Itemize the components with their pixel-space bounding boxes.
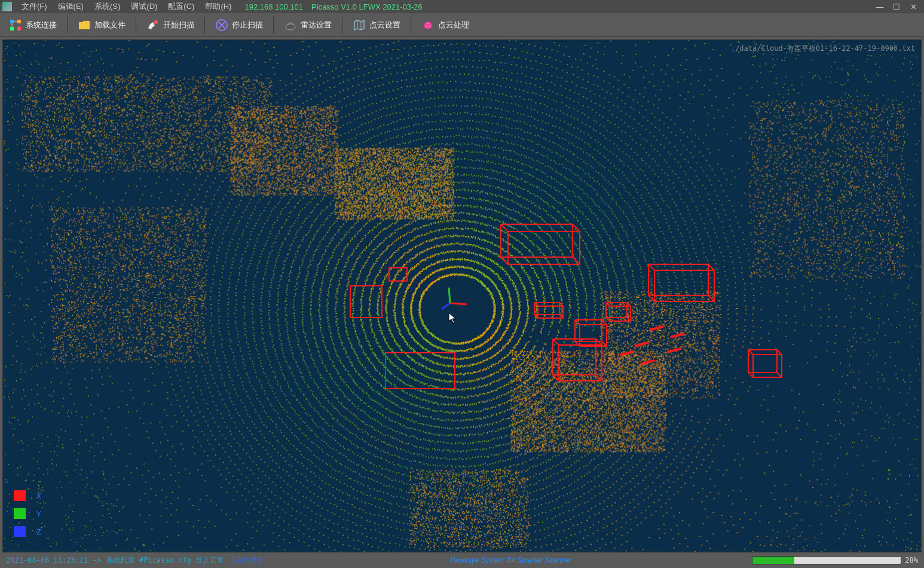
legend-swatch-y <box>14 508 26 519</box>
legend-swatch-x <box>14 490 26 501</box>
status-timestamp: 2021-04-06 11:23:21 <box>6 556 88 564</box>
menu-help[interactable]: 帮助(H) <box>200 0 236 13</box>
status-connection: 【未连接】 <box>229 555 265 566</box>
svg-rect-2 <box>10 27 14 30</box>
legend-x-label: X <box>36 491 41 500</box>
svg-point-10 <box>286 24 295 30</box>
network-icon <box>9 19 22 32</box>
status-bar: 2021-04-06 11:23:21 -> 系统配置 #Picasso.cfg… <box>0 552 924 568</box>
svg-rect-3 <box>17 27 21 30</box>
app-version: Picasso V1.0 LFWX 2021-03-26 <box>311 2 423 11</box>
status-config-msg: 系统配置 #Picasso.cfg 导入正常 <box>106 555 224 566</box>
axis-gizmo <box>450 303 451 304</box>
separator <box>204 17 205 33</box>
load-label: 加载文件 <box>94 20 126 30</box>
radar-config-button[interactable]: 雷达设置 <box>279 16 337 35</box>
start-scan-label: 开始扫描 <box>163 20 194 30</box>
separator <box>342 17 342 33</box>
progress-bar <box>752 556 901 564</box>
minimize-button[interactable]: — <box>871 1 888 12</box>
cloud-config-label: 点云设置 <box>369 20 400 30</box>
legend-z: Z <box>14 526 41 537</box>
status-arrow: -> <box>93 556 101 564</box>
loaded-file-path: ./data/Cloud-有盖平板01-16-22-47-19-0900.txt <box>731 44 915 54</box>
axis-legend: X Y Z <box>14 490 41 537</box>
menu-config[interactable]: 配置(C) <box>163 0 199 13</box>
cloud-process-button[interactable]: 点云处理 <box>416 16 475 35</box>
window-controls: — ☐ ✕ <box>871 1 922 12</box>
lidar-canvas[interactable] <box>3 40 921 552</box>
progress-fill <box>752 557 794 564</box>
start-scan-button[interactable]: 开始扫描 <box>141 16 200 35</box>
svg-line-16 <box>450 303 467 304</box>
folder-icon <box>78 19 91 32</box>
svg-rect-1 <box>17 20 21 23</box>
load-file-button[interactable]: 加载文件 <box>72 16 131 35</box>
connect-button[interactable]: 系统连接 <box>4 16 62 35</box>
stop-icon <box>215 19 228 32</box>
maximize-button[interactable]: ☐ <box>888 1 905 12</box>
progress-label: 28% <box>905 556 918 564</box>
separator <box>67 17 68 33</box>
cube-icon <box>421 19 435 32</box>
menu-system[interactable]: 系统(S) <box>90 0 125 13</box>
legend-x: X <box>14 490 41 501</box>
menubar: 文件(F) 编辑(E) 系统(S) 调试(D) 配置(C) 帮助(H) 192.… <box>0 0 924 13</box>
close-button[interactable]: ✕ <box>905 1 922 12</box>
menu-debug[interactable]: 调试(D) <box>126 0 162 13</box>
scan-icon <box>146 19 160 32</box>
radar-config-label: 雷达设置 <box>301 20 332 30</box>
stop-scan-button[interactable]: 停止扫描 <box>210 16 268 35</box>
cloud-config-button[interactable]: 点云设置 <box>347 16 406 35</box>
legend-y-label: Y <box>36 509 41 518</box>
legend-swatch-z <box>14 526 26 537</box>
app-icon <box>2 2 12 11</box>
legend-y: Y <box>14 508 41 519</box>
radar-icon <box>284 19 297 32</box>
menu-edit[interactable]: 编辑(E) <box>53 0 88 13</box>
legend-z-label: Z <box>36 527 41 536</box>
menu-file[interactable]: 文件(F) <box>17 0 52 13</box>
status-tagline: Hawksye System for Smarter Scanner <box>450 556 571 564</box>
separator <box>411 17 411 33</box>
ip-address: 192.168.100.101 <box>244 2 303 11</box>
map-icon <box>353 19 366 32</box>
connect-label: 系统连接 <box>26 20 57 30</box>
svg-point-6 <box>154 20 158 24</box>
separator <box>136 17 136 33</box>
toolbar: 系统连接 加载文件 开始扫描 停止扫描 雷达设置 点云设置 <box>0 13 924 37</box>
stop-scan-label: 停止扫描 <box>232 20 263 30</box>
cloud-process-label: 点云处理 <box>438 20 469 30</box>
pointcloud-viewport[interactable]: ./data/Cloud-有盖平板01-16-22-47-19-0900.txt… <box>2 39 922 552</box>
svg-rect-0 <box>10 20 14 23</box>
progress-area: 28% <box>752 556 918 564</box>
svg-line-17 <box>449 288 450 303</box>
separator <box>273 17 274 33</box>
